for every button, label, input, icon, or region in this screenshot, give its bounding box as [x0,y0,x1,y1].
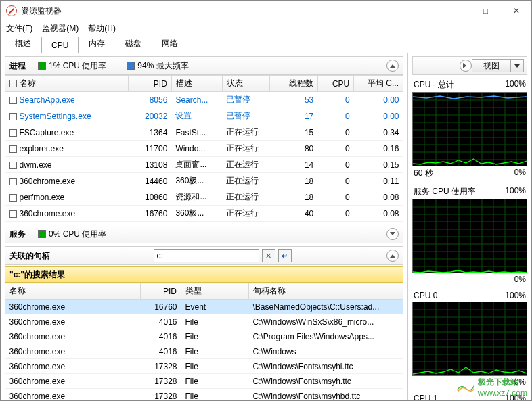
chart-max: 100% [505,291,526,300]
close-button[interactable]: ✕ [501,1,531,21]
process-row[interactable]: SystemSettings.exe 20032设置已暂停 1700.00 [5,108,403,124]
tab-overview[interactable]: 概述 [5,34,41,53]
collapse-right-icon[interactable] [460,60,472,72]
process-row[interactable]: FSCapture.exe 1364FastSt...正在运行 1500.34 [5,124,403,141]
services-title: 服务 [9,229,26,240]
view-button[interactable]: 视图 [472,59,524,72]
col-name[interactable]: 名称 [5,76,129,92]
col-cpu[interactable]: CPU [317,76,353,92]
menu-file[interactable]: 文件(F) [6,23,32,34]
tab-bar: 概述 CPU 内存 磁盘 网络 [1,36,531,53]
chart-block: CPU - 总计100% 60 秒0% [412,79,527,179]
handle-row[interactable]: 360chrome.exe4016FileC:\Program Files\Wi… [5,329,403,344]
clear-filter-button[interactable]: ✕ [262,249,275,262]
left-pane: 进程 1% CPU 使用率 94% 最大频率 名称 PID 描述 状态 线程数 … [1,53,408,400]
minimize-button[interactable]: — [440,1,470,21]
cpu-chart [412,92,527,166]
handles-title: 关联的句柄 [9,250,50,262]
chart-block: CPU 1100% [412,394,527,400]
process-row[interactable]: explorer.exe 11700Windo...正在运行 8000.16 [5,141,403,157]
cpu-usage-label: 1% CPU 使用率 [49,60,106,72]
tab-memory[interactable]: 内存 [79,34,115,53]
services-cpu-swatch [38,230,46,238]
process-row[interactable]: 360chrome.exe 16760360极...正在运行 4000.08 [5,206,403,222]
row-checkbox[interactable] [9,194,17,202]
handles-filter-input[interactable] [154,249,259,262]
chart-foot-left: 60 秒 [414,168,433,179]
process-row[interactable]: perfmon.exe 10860资源和...正在运行 1800.08 [5,189,403,206]
hcol-type[interactable]: 类型 [181,283,249,300]
title-bar: 资源监视器 — □ ✕ [1,1,531,21]
search-button[interactable]: ↵ [278,249,292,262]
chart-block: 服务 CPU 使用率100% 0% [412,186,527,284]
processes-header[interactable]: 进程 1% CPU 使用率 94% 最大频率 [5,56,403,75]
handle-row[interactable]: 360chrome.exe4016FileC:\Windows [5,344,403,359]
col-desc[interactable]: 描述 [171,76,222,92]
cpu-usage-swatch [38,62,46,70]
handle-row[interactable]: 360chrome.exe16760Event\BaseNamedObjects… [5,300,403,314]
col-avg[interactable]: 平均 C... [354,76,403,92]
maximize-button[interactable]: □ [470,1,501,21]
right-pane: 视图 CPU - 总计100% 60 秒0%服务 CPU 使用率100% 0%C… [408,53,531,400]
row-checkbox[interactable] [9,129,17,137]
handles-header[interactable]: 关联的句柄 ✕ ↵ [5,246,403,265]
processes-title: 进程 [9,60,26,72]
chart-block: CPU 0100% 0% [412,291,527,387]
cpu-chart [412,199,527,273]
row-checkbox[interactable] [9,113,17,120]
row-checkbox[interactable] [9,97,17,104]
checkbox-all[interactable] [9,80,17,87]
chart-title: 服务 CPU 使用率 [414,186,476,197]
chart-title: CPU 0 [414,291,437,300]
chart-title: CPU - 总计 [414,79,454,91]
tab-network[interactable]: 网络 [152,34,188,53]
max-freq-label: 94% 最大频率 [137,60,188,72]
collapse-icon[interactable] [386,60,399,72]
row-checkbox[interactable] [9,162,17,169]
handle-row[interactable]: 360chrome.exe4016FileC:\Windows\WinSxS\x… [5,314,403,329]
hcol-name[interactable]: 名称 [5,283,141,300]
process-row[interactable]: SearchApp.exe 8056Search...已暂停 5300.00 [5,92,403,108]
chart-max: 100% [505,79,526,91]
chart-foot-right: 0% [514,377,526,387]
menu-help[interactable]: 帮助(H) [88,23,116,34]
collapse-icon[interactable] [386,228,399,240]
chart-title: CPU 1 [414,394,437,400]
chart-foot-right: 0% [514,275,526,284]
dropdown-icon[interactable] [511,64,523,68]
handle-row[interactable]: 360chrome.exe17328FileC:\Windows\Fonts\m… [5,359,403,374]
services-cpu-label: 0% CPU 使用率 [49,229,106,240]
handle-row[interactable]: 360chrome.exe17328FileC:\Windows\Fonts\m… [5,389,403,401]
chart-max: 100% [505,186,526,197]
chart-foot-right: 0% [514,168,526,179]
hcol-handle[interactable]: 句柄名称 [249,283,403,300]
processes-table: 名称 PID 描述 状态 线程数 CPU 平均 C... SearchApp.e… [5,75,403,222]
process-row[interactable]: 360chrome.exe 14460360极...正在运行 1800.11 [5,173,403,189]
handles-table: 名称 PID 类型 句柄名称 360chrome.exe16760Event\B… [5,283,403,400]
row-checkbox[interactable] [9,178,17,185]
cpu-chart [412,302,527,376]
collapse-icon[interactable] [386,250,399,262]
hcol-pid[interactable]: PID [141,283,181,300]
col-threads[interactable]: 线程数 [270,76,318,92]
col-pid[interactable]: PID [128,76,171,92]
row-checkbox[interactable] [9,145,17,153]
row-checkbox[interactable] [9,210,17,218]
handle-row[interactable]: 360chrome.exe17328FileC:\Windows\Fonts\m… [5,374,403,389]
col-status[interactable]: 状态 [222,76,270,92]
right-pane-header: 视图 [412,56,527,75]
chart-max: 100% [505,394,526,400]
max-freq-swatch [127,62,135,70]
app-icon [6,5,17,16]
tab-disk[interactable]: 磁盘 [115,34,152,53]
search-results-banner: "c:"的搜索结果 [5,266,403,283]
tab-cpu[interactable]: CPU [41,37,79,53]
process-row[interactable]: dwm.exe 13108桌面窗...正在运行 1400.15 [5,157,403,173]
window-title: 资源监视器 [21,5,440,17]
services-header[interactable]: 服务 0% CPU 使用率 [5,225,403,243]
menu-monitor[interactable]: 监视器(M) [42,23,79,34]
